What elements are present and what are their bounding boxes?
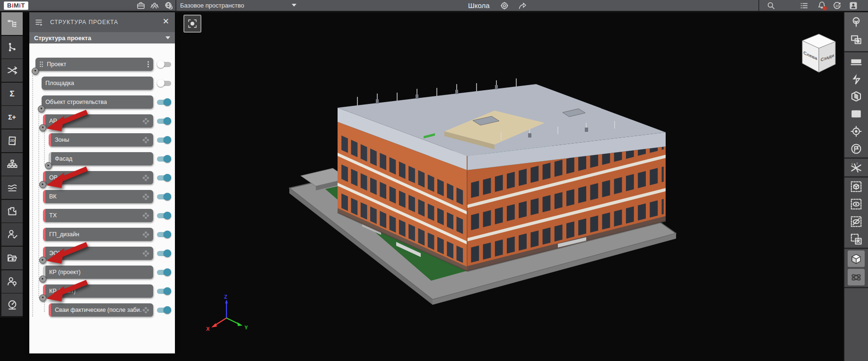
app-window: Слева Сзади Z X Y BiMiT <box>0 0 868 361</box>
linked-model-icon <box>142 307 149 314</box>
tool-hide[interactable] <box>844 213 868 230</box>
tree-node[interactable]: ГП_дизайн <box>43 228 153 241</box>
tool-grid-axes[interactable]: 12 <box>844 159 868 176</box>
briefcase-icon[interactable] <box>137 1 145 10</box>
expand-node-icon[interactable]: ▸ <box>39 257 46 264</box>
visibility-toggle[interactable] <box>157 193 171 200</box>
tree-node[interactable]: АР <box>43 114 153 128</box>
shuffle-icon <box>7 65 17 76</box>
expand-node-icon[interactable]: ▸ <box>39 275 46 283</box>
branch-icon <box>7 42 17 52</box>
tool-dashboard[interactable] <box>1 293 23 316</box>
globe-clock-icon[interactable] <box>165 1 173 10</box>
tree-node[interactable]: КР (проект) <box>43 266 153 279</box>
tree-node[interactable]: Зоны <box>49 133 153 146</box>
visibility-toggle[interactable] <box>157 268 171 276</box>
tool-orbit[interactable] <box>844 268 868 286</box>
visibility-toggle[interactable] <box>157 136 171 144</box>
tree-node[interactable]: Объект строительства <box>42 95 153 109</box>
tool-deselect[interactable] <box>844 230 868 248</box>
tool-select-3d[interactable] <box>844 178 868 195</box>
visibility-toggle[interactable] <box>157 231 171 238</box>
search-icon[interactable] <box>767 1 775 10</box>
tree-node[interactable]: ОВ <box>43 171 153 184</box>
tool-versions-branch[interactable] <box>1 36 23 59</box>
gauge-icon <box>7 300 17 310</box>
visibility-toggle[interactable] <box>157 306 171 314</box>
puzzle-icon <box>7 206 17 216</box>
share-icon[interactable] <box>518 1 527 10</box>
list-icon[interactable] <box>800 1 808 10</box>
tree-node-label: КР (факт) <box>49 288 76 294</box>
visibility-toggle[interactable] <box>157 98 171 106</box>
eye-icon <box>851 198 862 210</box>
tree-node[interactable]: Фасад <box>49 152 153 165</box>
tool-2d-drawings[interactable]: 2D <box>1 129 23 152</box>
visibility-toggle[interactable] <box>157 174 171 181</box>
panel-menu-icon[interactable] <box>35 18 43 26</box>
tool-clash-detection[interactable] <box>1 59 23 82</box>
tool-person-approve[interactable] <box>1 223 23 246</box>
close-icon[interactable]: ✕ <box>163 17 169 26</box>
tool-section-box[interactable] <box>844 87 868 105</box>
collapse-node-icon[interactable]: ▾ <box>38 105 45 112</box>
tool-plugins[interactable] <box>1 200 23 223</box>
kebab-menu-icon[interactable] <box>147 60 149 68</box>
tree-node[interactable]: ВК <box>43 190 153 203</box>
visibility-toggle[interactable] <box>157 117 171 125</box>
tool-sigma-totals[interactable]: Σ <box>1 83 23 105</box>
visibility-toggle[interactable] <box>157 212 171 219</box>
tool-measure[interactable] <box>844 52 868 70</box>
team-icon[interactable] <box>150 1 159 10</box>
expand-node-icon[interactable]: ▸ <box>45 162 52 169</box>
bell-icon[interactable] <box>817 1 826 12</box>
tree-node[interactable]: Проект <box>35 58 153 71</box>
collapse-node-icon[interactable]: ▾ <box>32 68 39 75</box>
tree-node[interactable]: Сваи фактические (после заби… <box>49 303 153 317</box>
ruler-icon <box>851 56 862 67</box>
tool-org-chart[interactable] <box>1 153 23 176</box>
tool-flag[interactable] <box>844 140 868 157</box>
tool-show[interactable] <box>844 195 868 213</box>
tool-project-structure[interactable] <box>1 12 23 35</box>
tool-floor-plan[interactable] <box>844 105 868 122</box>
trend-lines-icon <box>7 182 17 193</box>
structure-selector[interactable]: Структура проекта <box>29 32 175 43</box>
tree-node[interactable]: КР (факт) <box>43 284 153 298</box>
sync-icon[interactable]: 10 <box>833 1 842 12</box>
tool-charts[interactable] <box>1 176 23 199</box>
flash-split-icon <box>851 73 862 85</box>
project-title: Школа <box>468 1 490 9</box>
drag-handle-icon[interactable] <box>39 61 43 68</box>
collapse-node-icon[interactable]: ▾ <box>39 124 46 131</box>
tool-view-cube-mode[interactable] <box>844 250 868 267</box>
tree-node-label: КР (проект) <box>49 269 80 275</box>
visibility-toggle[interactable] <box>157 79 171 87</box>
tree-node[interactable]: ТХ <box>43 209 153 222</box>
visibility-toggle[interactable] <box>157 249 171 257</box>
chevron-down-icon[interactable] <box>292 4 296 7</box>
tree-node[interactable]: ЭОМ <box>43 247 153 260</box>
visibility-toggle[interactable] <box>157 155 171 163</box>
visibility-toggle[interactable] <box>157 60 171 68</box>
right-toolbar: 12 <box>843 12 868 361</box>
panel-title: СТРУКТУРА ПРОЕКТА <box>50 19 118 26</box>
account-icon[interactable] <box>849 1 858 10</box>
visibility-toggle[interactable] <box>157 287 171 295</box>
expand-node-icon[interactable]: ▸ <box>39 181 46 188</box>
tree-row: ТХ <box>29 209 175 222</box>
tool-environment[interactable] <box>844 13 868 31</box>
tree-node[interactable]: Площадка <box>42 77 153 90</box>
focus-model-button[interactable] <box>183 15 201 33</box>
tool-folder-import[interactable] <box>1 247 23 269</box>
solid-cube-icon <box>851 253 862 265</box>
workspace-selector[interactable]: Базовое пространство <box>180 2 244 9</box>
tool-selection-focus[interactable] <box>844 31 868 48</box>
gear-icon[interactable] <box>500 1 509 10</box>
x-box-icon <box>851 233 862 245</box>
tool-person-location[interactable] <box>1 270 23 293</box>
collapse-node-icon[interactable]: ▾ <box>39 294 46 301</box>
tool-locate[interactable] <box>844 122 868 140</box>
tool-clip[interactable] <box>844 70 868 87</box>
tool-sigma-add[interactable]: Σ+ <box>1 106 23 129</box>
